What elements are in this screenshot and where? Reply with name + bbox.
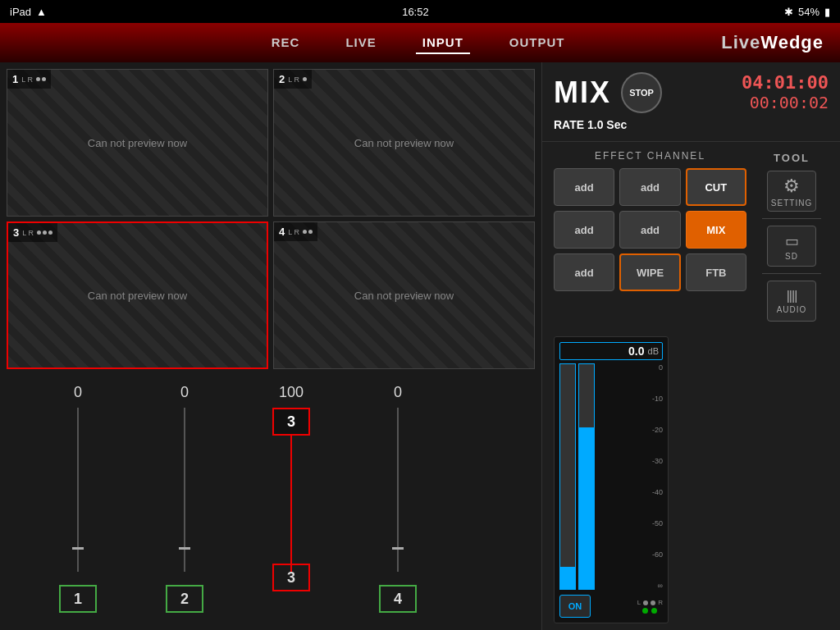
setting-button[interactable]: ⚙ SETTING (767, 171, 816, 212)
vu-scale-0: 0 (643, 363, 663, 372)
effect-btn-add-4[interactable]: add (619, 211, 680, 249)
cell-1-lr: L R (21, 75, 33, 84)
tab-input[interactable]: INPUT (416, 32, 470, 54)
video-grid: 1 L R Can not preview now 2 L R (0, 62, 541, 376)
effect-btn-ftb[interactable]: FTB (686, 253, 746, 291)
video-cell-1[interactable]: 1 L R Can not preview now (7, 69, 268, 217)
audio-button[interactable]: |||| AUDIO (767, 281, 816, 322)
vu-l-dot (643, 600, 648, 605)
fader-1-box[interactable]: 1 (59, 585, 97, 613)
cell-3-dots (37, 231, 52, 235)
fader-4-box[interactable]: 4 (379, 585, 417, 613)
effect-btn-wipe[interactable]: WIPE (619, 253, 680, 291)
vu-l-label: L (637, 599, 641, 606)
tab-output[interactable]: OUTPUT (503, 32, 572, 54)
fader-4-value: 0 (394, 384, 402, 401)
fader-2-handle[interactable] (179, 547, 190, 550)
cell-2-header: 2 L R (274, 70, 312, 89)
tool-title: TOOL (774, 152, 810, 164)
battery-display: 54% (798, 6, 819, 18)
cell-1-number: 1 (12, 73, 18, 85)
fader-channel-3: 100 3 3 (238, 384, 345, 591)
timer-secondary: 00:00:02 (750, 93, 829, 112)
bluetooth-icon: ✱ (784, 6, 793, 18)
vu-scale-container: 0 -10 -20 -30 -40 -50 -60 ∞ (559, 363, 663, 590)
main-content: 1 L R Can not preview now 2 L R (0, 62, 840, 630)
time-display: 16:52 (402, 6, 429, 18)
tool-separator-2 (762, 273, 821, 274)
effect-btn-add-5[interactable]: add (554, 253, 614, 291)
wifi-icon: ▲ (36, 6, 47, 18)
effect-btn-cut[interactable]: CUT (686, 168, 746, 206)
effect-btn-add-3[interactable]: add (554, 211, 614, 249)
dot (43, 231, 47, 235)
fader-section: 0 1 0 2 (0, 376, 541, 630)
vu-meter: 0.0 dB 0 -10 (554, 336, 669, 623)
tab-rec[interactable]: REC (265, 32, 307, 54)
vu-scale: 0 -10 -20 -30 -40 -50 -60 ∞ (643, 363, 663, 590)
fader-3-active-box: 3 (272, 408, 310, 436)
brand-title: LiveWedge (721, 32, 824, 53)
gear-icon: ⚙ (783, 176, 800, 197)
fader-3-line (290, 422, 292, 572)
fader-1-track[interactable] (77, 408, 79, 572)
fader-channel-1: 0 1 (25, 384, 131, 613)
sd-icon: ▭ (785, 232, 799, 250)
vu-lr: L R (637, 599, 663, 606)
cell-4-header: 4 L R (274, 222, 317, 241)
cell-1-no-preview: Can not preview now (88, 137, 187, 149)
vu-r-dot (651, 600, 655, 605)
effect-btn-add-2[interactable]: add (619, 168, 680, 206)
cell-1-header: 1 L R (7, 70, 51, 89)
audio-label: AUDIO (777, 305, 807, 314)
cell-4-lr: L R (288, 228, 299, 236)
dot (42, 77, 46, 81)
fader-3-value: 100 (279, 384, 304, 401)
mix-rate: RATE 1.0 Sec (554, 118, 662, 131)
fader-2-box[interactable]: 2 (166, 585, 203, 613)
on-button[interactable]: ON (559, 595, 591, 618)
video-cell-3[interactable]: 3 L R Can not preview now (7, 221, 268, 369)
effect-btn-add-1[interactable]: add (554, 168, 614, 206)
effect-section: EFFECT CHANNEL add add CUT add add MIX a… (542, 142, 840, 330)
dot (303, 77, 307, 81)
mix-title: MIX (554, 75, 611, 110)
fader-2-value: 0 (180, 384, 189, 401)
fader-1-handle[interactable] (72, 547, 84, 550)
audio-icon: |||| (787, 289, 797, 304)
vu-scale-30: -30 (643, 457, 663, 465)
cell-3-no-preview: Can not preview now (88, 290, 187, 302)
fader-4-track[interactable] (397, 408, 399, 572)
effect-btn-mix[interactable]: MIX (686, 211, 746, 249)
vu-bar-right (578, 363, 595, 590)
fader-1-value: 0 (74, 384, 82, 401)
tab-live[interactable]: LIVE (339, 32, 382, 54)
ipad-label: iPad (10, 6, 31, 18)
dot (303, 230, 307, 234)
vu-bars (559, 363, 640, 590)
cell-4-preview: Can not preview now (274, 222, 534, 368)
video-cell-4[interactable]: 4 L R Can not preview now (273, 221, 535, 369)
timer-primary: 04:01:00 (742, 72, 829, 93)
cell-4-number: 4 (279, 226, 285, 238)
status-left: iPad ▲ (10, 6, 47, 18)
cell-2-dots (303, 77, 307, 81)
fader-2-track[interactable] (184, 408, 185, 572)
green-dot-1 (642, 608, 648, 614)
cell-3-header: 3 L R (8, 223, 57, 242)
video-cell-2[interactable]: 2 L R Can not preview now (273, 69, 535, 217)
cell-4-dots (303, 230, 313, 234)
vu-scale-inf: ∞ (643, 582, 663, 590)
top-nav: REC LIVE INPUT OUTPUT LiveWedge (0, 23, 840, 62)
fader-4-handle[interactable] (392, 547, 404, 550)
setting-label: SETTING (771, 199, 812, 208)
effect-grid: add add CUT add add MIX add WIPE FTB (554, 168, 746, 291)
vu-r-label: R (658, 599, 663, 606)
vu-bar-left (559, 363, 576, 590)
stop-button[interactable]: STOP (621, 72, 662, 113)
fader-channel-2: 0 2 (131, 384, 238, 613)
vu-scale-20: -20 (643, 426, 663, 434)
cell-2-preview: Can not preview now (274, 70, 534, 216)
battery-icon: ▮ (824, 6, 830, 18)
sd-button[interactable]: ▭ SD (767, 226, 816, 267)
